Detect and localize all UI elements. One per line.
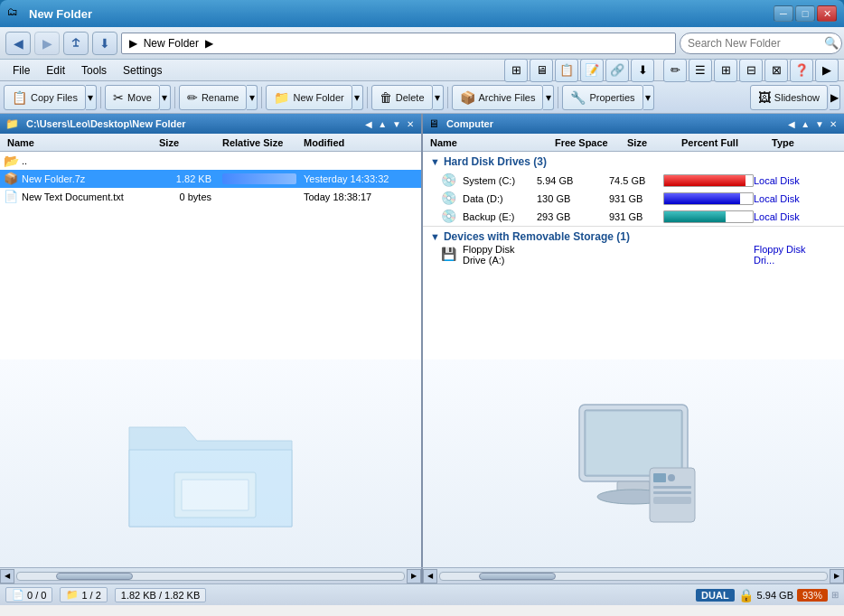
close-button[interactable]: ✕ bbox=[817, 5, 837, 22]
separator-5 bbox=[447, 87, 448, 108]
left-panel-close[interactable]: ✕ bbox=[405, 119, 416, 129]
icon-grid[interactable]: ⊞ bbox=[714, 59, 737, 82]
removable-expand-arrow[interactable]: ▼ bbox=[430, 231, 440, 242]
drive-a-type[interactable]: Floppy Disk Dri... bbox=[754, 244, 826, 266]
view-icon-2[interactable]: 🖥 bbox=[530, 59, 553, 82]
new-folder-dropdown[interactable]: ▾ bbox=[352, 85, 363, 110]
forward-button[interactable]: ▶ bbox=[34, 32, 60, 55]
menu-settings[interactable]: Settings bbox=[116, 62, 169, 79]
col-size-header[interactable]: Size bbox=[155, 137, 219, 148]
left-panel-ctrl-1[interactable]: ◀ bbox=[363, 119, 374, 129]
percent-badge: 93% bbox=[797, 589, 828, 602]
icon-grid2[interactable]: ⊟ bbox=[739, 59, 763, 82]
col-modified-header[interactable]: Modified bbox=[300, 137, 417, 148]
minimize-button[interactable]: ─ bbox=[774, 5, 793, 22]
txt-modified: Today 18:38:17 bbox=[300, 191, 417, 202]
archive-button[interactable]: 📦 Archive Files bbox=[452, 85, 544, 110]
rcol-name-header[interactable]: Name bbox=[427, 137, 551, 148]
search-icon: 🔍 bbox=[824, 36, 839, 50]
drive-c-type[interactable]: Local Disk bbox=[754, 175, 826, 186]
drive-c[interactable]: 💿 System (C:) 5.94 GB 74.5 GB Local Disk bbox=[423, 172, 844, 190]
delete-dropdown[interactable]: ▾ bbox=[433, 85, 444, 110]
rename-button[interactable]: ✏ Rename bbox=[179, 85, 248, 110]
rcol-size-header[interactable]: Size bbox=[624, 137, 678, 148]
dropdown-button[interactable]: ⬇ bbox=[92, 32, 117, 55]
right-panel-ctrl-3[interactable]: ▼ bbox=[813, 119, 826, 129]
properties-button[interactable]: 🔧 Properties bbox=[562, 85, 642, 110]
address-input[interactable] bbox=[121, 33, 676, 54]
scroll-left-back[interactable]: ◀ bbox=[0, 569, 14, 583]
right-panel: 🖥 Computer ◀ ▲ ▼ ✕ Name Free Space Size … bbox=[423, 114, 844, 567]
menu-edit[interactable]: Edit bbox=[39, 62, 72, 79]
slideshow-button[interactable]: 🖼 Slideshow bbox=[750, 85, 828, 110]
scroll-right: ◀ ▶ bbox=[421, 568, 844, 583]
drive-e[interactable]: 💿 Backup (E:) 293 GB 931 GB Local Disk bbox=[423, 208, 844, 226]
separator-3 bbox=[261, 87, 262, 108]
drive-c-bar-cell bbox=[663, 174, 754, 187]
scrollbar-right-thumb[interactable] bbox=[479, 573, 557, 580]
removable-label: Devices with Removable Storage (1) bbox=[444, 230, 630, 243]
drive-d-type[interactable]: Local Disk bbox=[754, 193, 826, 204]
move-button[interactable]: ✂ Move bbox=[105, 85, 160, 110]
scrollbar-right-track[interactable] bbox=[439, 572, 828, 581]
drive-d-icon: 💿 bbox=[441, 191, 457, 207]
rename-dropdown[interactable]: ▾ bbox=[247, 85, 258, 110]
7z-name: New Folder.7z bbox=[22, 173, 155, 184]
slideshow-right[interactable]: ▶ bbox=[830, 85, 840, 110]
view-icon-5[interactable]: 🔗 bbox=[605, 59, 629, 82]
rcol-percent-header[interactable]: Percent Full bbox=[678, 137, 768, 148]
right-panel-close[interactable]: ✕ bbox=[828, 119, 839, 129]
drive-e-freespace: 293 GB bbox=[537, 211, 609, 222]
right-panel-ctrl-1[interactable]: ◀ bbox=[786, 119, 797, 129]
rcol-freespace-header[interactable]: Free Space bbox=[551, 137, 624, 148]
scroll-left-fwd[interactable]: ▶ bbox=[407, 569, 421, 583]
view-icon-4[interactable]: 📝 bbox=[580, 59, 604, 82]
icon-grid3[interactable]: ⊠ bbox=[764, 59, 788, 82]
drive-a[interactable]: 💾 Floppy Disk Drive (A:) Floppy Disk Dri… bbox=[423, 246, 844, 264]
scroll-right-fwd[interactable]: ▶ bbox=[830, 569, 844, 583]
drive-d-bar-cell bbox=[663, 192, 754, 205]
new-folder-button[interactable]: 📁 New Folder bbox=[266, 85, 352, 110]
copy-files-button[interactable]: 📋 Copy Files bbox=[4, 85, 86, 110]
icon-list[interactable]: ☰ bbox=[689, 59, 712, 82]
menu-file[interactable]: File bbox=[5, 62, 37, 79]
scroll-left: ◀ ▶ bbox=[0, 568, 421, 583]
file-item-parent[interactable]: 📂 .. bbox=[0, 152, 421, 170]
svg-rect-10 bbox=[653, 486, 691, 489]
scroll-right-back[interactable]: ◀ bbox=[423, 569, 437, 583]
scrollbar-left-thumb[interactable] bbox=[56, 573, 134, 580]
hdd-expand-arrow[interactable]: ▼ bbox=[430, 156, 440, 167]
move-dropdown[interactable]: ▾ bbox=[160, 85, 171, 110]
rcol-type-header[interactable]: Type bbox=[768, 137, 840, 148]
parent-dir-name: .. bbox=[22, 155, 155, 166]
up-button[interactable] bbox=[63, 32, 89, 55]
properties-dropdown[interactable]: ▾ bbox=[643, 85, 654, 110]
icon-more[interactable]: ▶ bbox=[815, 59, 839, 82]
maximize-button[interactable]: □ bbox=[795, 5, 815, 22]
icon-edit[interactable]: ✏ bbox=[663, 59, 687, 82]
file-item-7z[interactable]: 📦 New Folder.7z 1.82 KB Yesterday 14:33:… bbox=[0, 170, 421, 188]
view-icon-1[interactable]: ⊞ bbox=[504, 59, 528, 82]
left-panel-ctrl-3[interactable]: ▼ bbox=[390, 119, 403, 129]
view-icon-6[interactable]: ⬇ bbox=[631, 59, 654, 82]
size-text: 1.82 KB / 1.82 KB bbox=[121, 590, 200, 601]
7z-modified: Yesterday 14:33:32 bbox=[300, 173, 417, 184]
icon-help[interactable]: ❓ bbox=[790, 59, 813, 82]
copy-files-dropdown[interactable]: ▾ bbox=[86, 85, 97, 110]
col-relsize-header[interactable]: Relative Size bbox=[219, 137, 300, 148]
menu-tools[interactable]: Tools bbox=[74, 62, 114, 79]
resize-handle[interactable]: ⊞ bbox=[831, 590, 839, 600]
left-panel-ctrl-2[interactable]: ▲ bbox=[376, 119, 389, 129]
view-icon-3[interactable]: 📋 bbox=[555, 59, 578, 82]
archive-dropdown[interactable]: ▾ bbox=[543, 85, 554, 110]
back-button[interactable]: ◀ bbox=[5, 32, 31, 55]
scrollbar-left-track[interactable] bbox=[16, 572, 405, 581]
delete-button[interactable]: 🗑 Delete bbox=[371, 85, 433, 110]
file-item-txt[interactable]: 📄 New Text Document.txt 0 bytes Today 18… bbox=[0, 188, 421, 206]
col-name-header[interactable]: Name bbox=[4, 137, 155, 148]
drive-e-type[interactable]: Local Disk bbox=[754, 211, 826, 222]
right-panel-ctrl-2[interactable]: ▲ bbox=[799, 119, 811, 129]
search-input[interactable] bbox=[680, 33, 842, 54]
drive-e-bar-container bbox=[663, 210, 754, 223]
drive-d[interactable]: 💿 Data (D:) 130 GB 931 GB Local Disk bbox=[423, 190, 844, 208]
